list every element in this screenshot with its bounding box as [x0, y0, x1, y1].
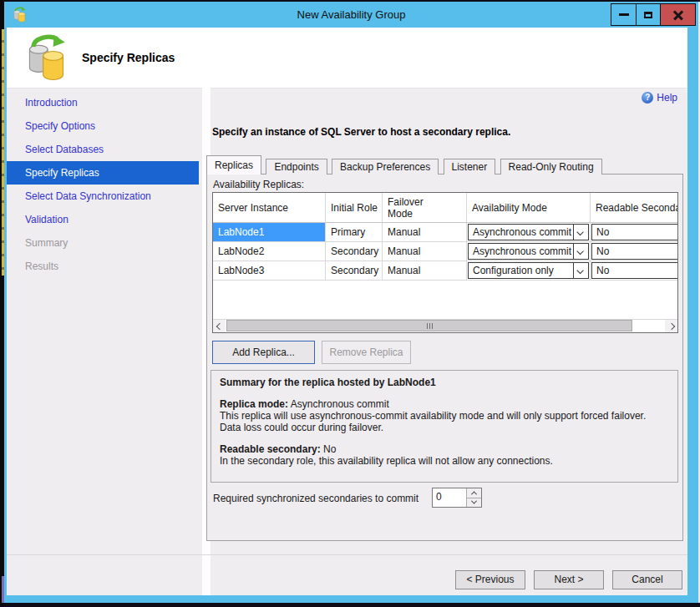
grip-icon — [427, 323, 428, 329]
cell-failover-mode[interactable]: Manual — [383, 261, 467, 281]
summary-replica-mode-line: Replica mode: Asynchronous commit — [220, 398, 669, 410]
help-icon: ? — [642, 92, 653, 104]
close-icon — [673, 10, 683, 20]
table-row[interactable]: LabNode2 Secondary Manual Asynchronous c… — [213, 242, 678, 261]
sidebar-item-results: Results — [7, 255, 199, 278]
page-title: Specify Replicas — [82, 51, 175, 64]
combo-value: No — [592, 265, 609, 276]
horizontal-scrollbar[interactable] — [213, 319, 677, 332]
combo-dropdown-button[interactable] — [573, 263, 588, 278]
cell-readable-secondary: No — [591, 261, 678, 281]
readable-secondary-value: No — [323, 443, 336, 455]
tab-backup-preferences[interactable]: Backup Preferences — [332, 159, 439, 175]
column-header-availability-mode[interactable]: Availability Mode — [467, 193, 591, 223]
replica-mode-value: Asynchronous commit — [291, 398, 389, 410]
column-header-server-instance[interactable]: Server Instance — [213, 193, 326, 223]
tab-replicas[interactable]: Replicas — [206, 155, 261, 175]
minimize-icon — [619, 13, 629, 16]
combo-dropdown-button[interactable] — [573, 225, 588, 240]
close-button[interactable] — [660, 4, 695, 25]
titlebar[interactable]: New Availability Group — [4, 2, 698, 28]
stepper-down-button[interactable] — [467, 498, 481, 508]
combo-value: Asynchronous commit — [469, 245, 573, 257]
replica-mode-label: Replica mode: — [220, 398, 288, 410]
combo-value: Configuration only — [469, 265, 573, 276]
scrollbar-track[interactable] — [226, 320, 665, 332]
column-header-readable-secondary[interactable]: Readable Secondary — [591, 193, 678, 223]
grid-label: Availability Replicas: — [213, 179, 304, 190]
cell-initial-role[interactable]: Primary — [326, 223, 383, 242]
cell-availability-mode: Configuration only — [467, 261, 591, 281]
summary-readable-line: Readable secondary: No — [220, 443, 669, 455]
cell-readable-secondary: No — [591, 223, 678, 242]
table-row[interactable]: LabNode3 Secondary Manual Configuration … — [213, 261, 678, 281]
next-button[interactable]: Next > — [534, 570, 604, 589]
cancel-button[interactable]: Cancel — [612, 570, 682, 589]
wizard-header: Specify Replicas — [7, 28, 687, 89]
quorum-stepper[interactable]: 0 — [432, 488, 482, 508]
cell-initial-role[interactable]: Secondary — [326, 261, 383, 281]
tab-strip: Replicas Endpoints Backup Preferences Li… — [206, 155, 604, 175]
sidebar-item-summary: Summary — [7, 231, 199, 255]
scrollbar-thumb[interactable] — [226, 320, 632, 331]
sidebar-item-validation[interactable]: Validation — [7, 208, 199, 231]
cell-server-instance[interactable]: LabNode1 — [213, 223, 326, 242]
cell-readable-secondary: No — [591, 242, 678, 261]
minimize-button[interactable] — [611, 4, 636, 25]
column-header-failover-mode[interactable]: Failover Mode — [383, 193, 467, 223]
availability-mode-select[interactable]: Configuration only — [468, 262, 589, 279]
readable-secondary-select[interactable]: No — [591, 262, 678, 279]
chevron-down-icon — [471, 498, 477, 504]
dialog-window: New Availability Group Specify Replicas — [4, 2, 698, 603]
help-label: Help — [657, 92, 677, 104]
previous-button[interactable]: < Previous — [455, 570, 525, 589]
help-link[interactable]: ? Help — [642, 92, 677, 104]
chevron-down-icon — [576, 267, 583, 274]
column-header-initial-role[interactable]: Initial Role — [326, 193, 383, 223]
availability-mode-select[interactable]: Asynchronous commit — [468, 224, 589, 240]
sidebar-item-select-databases[interactable]: Select Databases — [7, 138, 199, 161]
table-row[interactable]: LabNode1 Primary Manual Asynchronous com… — [213, 223, 678, 242]
stepper-buttons — [466, 488, 481, 507]
column-header-label: Initial Role — [331, 202, 378, 214]
combo-value: No — [592, 245, 609, 257]
combo-dropdown-button[interactable] — [573, 244, 588, 259]
sidebar-item-introduction[interactable]: Introduction — [7, 91, 199, 114]
maximize-button[interactable] — [636, 4, 660, 25]
combo-value: Asynchronous commit — [469, 226, 573, 238]
readable-secondary-select[interactable]: No — [591, 224, 678, 240]
window-title: New Availability Group — [4, 8, 698, 21]
scroll-right-button[interactable] — [665, 320, 677, 332]
client-area: Specify Replicas Introduction Specify Op… — [7, 28, 687, 595]
availability-mode-select[interactable]: Asynchronous commit — [468, 243, 589, 260]
replica-mode-description: This replica will use asynchronous-commi… — [220, 410, 669, 433]
remove-replica-button: Remove Replica — [322, 341, 411, 364]
tab-listener[interactable]: Listener — [444, 159, 496, 175]
add-replica-button[interactable]: Add Replica... — [212, 341, 315, 364]
column-header-label: Readable Secondary — [596, 202, 678, 214]
sidebar-item-select-data-synchronization[interactable]: Select Data Synchronization — [7, 185, 199, 208]
quorum-value[interactable]: 0 — [433, 488, 466, 507]
tab-endpoints[interactable]: Endpoints — [266, 159, 327, 175]
cell-server-instance[interactable]: LabNode3 — [213, 261, 326, 281]
cell-initial-role[interactable]: Secondary — [326, 242, 383, 261]
column-header-label: Server Instance — [218, 202, 288, 214]
stepper-up-button[interactable] — [467, 488, 481, 498]
availability-replicas-grid: Server Instance Initial Role Failover Mo… — [212, 192, 678, 333]
readable-secondary-select[interactable]: No — [591, 243, 678, 260]
database-replica-icon — [25, 33, 68, 83]
grid-header-row: Server Instance Initial Role Failover Mo… — [213, 193, 678, 223]
cell-failover-mode[interactable]: Manual — [383, 223, 467, 242]
sidebar-item-specify-options[interactable]: Specify Options — [7, 114, 199, 138]
maximize-icon — [644, 12, 652, 18]
chevron-up-icon — [471, 491, 477, 497]
cell-server-instance[interactable]: LabNode2 — [213, 242, 326, 261]
scroll-left-button[interactable] — [213, 320, 226, 332]
tab-read-only-routing[interactable]: Read-Only Routing — [500, 159, 602, 175]
grip-icon — [429, 323, 430, 329]
sidebar-item-specify-replicas[interactable]: Specify Replicas — [7, 161, 199, 185]
cell-failover-mode[interactable]: Manual — [383, 242, 467, 261]
chevron-down-icon — [576, 248, 583, 255]
screen: New Availability Group Specify Replicas — [0, 0, 700, 607]
column-header-label: Availability Mode — [472, 202, 547, 214]
